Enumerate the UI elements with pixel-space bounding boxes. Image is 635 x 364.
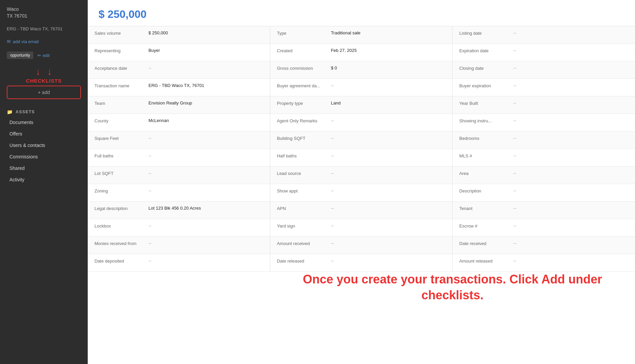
table-row: Lot SQFT-- bbox=[88, 166, 270, 184]
field-value: -- bbox=[148, 258, 263, 263]
checklist-add-button[interactable]: + add bbox=[7, 86, 81, 99]
table-row: Sales volume$ 250,000 bbox=[88, 26, 270, 44]
field-value: -- bbox=[513, 118, 628, 123]
field-value: -- bbox=[331, 188, 446, 193]
field-value: -- bbox=[148, 241, 263, 246]
field-value: McLennan bbox=[148, 118, 263, 123]
field-label: Gross commission bbox=[277, 65, 331, 71]
table-row: Escrow #-- bbox=[452, 219, 635, 237]
field-value: -- bbox=[513, 188, 628, 193]
overlay-message: Once you create your transactions. Click… bbox=[301, 272, 604, 303]
field-value: -- bbox=[331, 258, 446, 263]
table-row: Date deposited-- bbox=[88, 254, 270, 272]
field-value: -- bbox=[331, 83, 446, 88]
folder-icon: 📁 bbox=[7, 109, 13, 115]
table-row: RepresentingBuyer bbox=[88, 44, 270, 61]
field-label: Legal description bbox=[94, 206, 148, 211]
field-value: -- bbox=[331, 223, 446, 228]
table-row: Zoning-- bbox=[88, 184, 270, 202]
table-row: Gross commission$ 0 bbox=[270, 61, 452, 79]
table-row: Closing date-- bbox=[452, 61, 635, 79]
field-value: Lot 123 Blk 456 0.20 Acres bbox=[148, 206, 263, 211]
field-value: -- bbox=[513, 100, 628, 105]
table-row: Date received-- bbox=[452, 237, 635, 254]
sidebar-nav-commissions[interactable]: Commissions bbox=[0, 151, 88, 162]
table-row: Listing date-- bbox=[452, 26, 635, 44]
field-value: -- bbox=[513, 241, 628, 246]
field-value: -- bbox=[513, 258, 628, 263]
table-row: Square Feet-- bbox=[88, 131, 270, 149]
field-value: Traditional sale bbox=[331, 30, 446, 35]
sidebar-nav-offers[interactable]: Offers bbox=[0, 128, 88, 140]
field-label: Buyer agreement da... bbox=[277, 83, 331, 88]
table-row: CreatedFeb 27, 2025 bbox=[270, 44, 452, 61]
field-label: Agent Only Remarks bbox=[277, 118, 331, 123]
field-label: Year Built bbox=[459, 100, 513, 106]
data-column-1: Sales volume$ 250,000RepresentingBuyerAc… bbox=[88, 26, 270, 272]
sidebar-nav-shared[interactable]: Shared bbox=[0, 162, 88, 174]
field-value: -- bbox=[513, 135, 628, 141]
table-row: CountyMcLennan bbox=[88, 114, 270, 131]
field-label: Half baths bbox=[277, 153, 331, 158]
pencil-icon: ✏ bbox=[37, 53, 41, 58]
field-value: Envision Realty Group bbox=[148, 100, 263, 105]
field-value: ERG - TBD Waco TX, 76701 bbox=[148, 83, 263, 88]
sidebar-nav-documents[interactable]: Documents bbox=[0, 117, 88, 128]
sidebar-nav-activity[interactable]: Activity bbox=[0, 174, 88, 185]
table-row: Buyer agreement da...-- bbox=[270, 79, 452, 96]
field-value: -- bbox=[148, 65, 263, 70]
field-value: -- bbox=[513, 223, 628, 228]
table-row: TypeTraditional sale bbox=[270, 26, 452, 44]
field-label: Full baths bbox=[94, 153, 148, 158]
table-row: Transaction nameERG - TBD Waco TX, 76701 bbox=[88, 79, 270, 96]
table-row: Tenant-- bbox=[452, 202, 635, 219]
field-label: Lockbox bbox=[94, 223, 148, 229]
field-label: Showing instru... bbox=[459, 118, 513, 123]
table-row: Year Built-- bbox=[452, 96, 635, 114]
table-row: Bedrooms-- bbox=[452, 131, 635, 149]
field-value: -- bbox=[331, 241, 446, 246]
field-label: Property type bbox=[277, 100, 331, 106]
field-label: Building SQFT bbox=[277, 135, 331, 141]
checklist-arrows: ↓ ↓ bbox=[7, 67, 81, 77]
table-row: Half baths-- bbox=[270, 149, 452, 166]
data-column-2: TypeTraditional saleCreatedFeb 27, 2025G… bbox=[270, 26, 453, 272]
table-row: Showing instru...-- bbox=[452, 114, 635, 131]
field-label: Representing bbox=[94, 48, 148, 53]
field-label: Zoning bbox=[94, 188, 148, 193]
field-value: -- bbox=[148, 171, 263, 176]
field-label: Amount released bbox=[459, 258, 513, 264]
sidebar: Waco TX 76701 ERG - TBD Waco TX, 76701 ✉… bbox=[0, 0, 88, 364]
sidebar-nav-users-contacts[interactable]: Users & contacts bbox=[0, 140, 88, 151]
field-label: Listing date bbox=[459, 30, 513, 36]
main-content: $ 250,000 Sales volume$ 250,000Represent… bbox=[88, 0, 635, 364]
table-row: Lead source-- bbox=[270, 166, 452, 184]
field-label: Date received bbox=[459, 241, 513, 246]
field-value: $ 250,000 bbox=[148, 30, 263, 35]
field-label: Show appt bbox=[277, 188, 331, 193]
edit-link[interactable]: ✏ edit bbox=[37, 53, 50, 58]
field-label: Lot SQFT bbox=[94, 171, 148, 176]
table-row: Property typeLand bbox=[270, 96, 452, 114]
field-label: Date deposited bbox=[94, 258, 148, 264]
table-row: MLS #-- bbox=[452, 149, 635, 166]
field-label: Lead source bbox=[277, 171, 331, 176]
field-value: Feb 27, 2025 bbox=[331, 48, 446, 53]
field-label: Transaction name bbox=[94, 83, 148, 88]
add-via-email-link[interactable]: ✉ add via email bbox=[0, 37, 88, 49]
table-row: Acceptance date-- bbox=[88, 61, 270, 79]
arrow-down-icon-1: ↓ bbox=[36, 67, 40, 77]
checklist-section: ↓ ↓ CHECKLISTS + add bbox=[0, 64, 88, 104]
field-label: Expiration date bbox=[459, 48, 513, 53]
field-value: -- bbox=[513, 171, 628, 176]
table-row: Lockbox-- bbox=[88, 219, 270, 237]
table-row: Buyer expiration-- bbox=[452, 79, 635, 96]
field-value: -- bbox=[331, 153, 446, 158]
table-row: Expiration date-- bbox=[452, 44, 635, 61]
field-value: -- bbox=[148, 188, 263, 193]
field-label: Buyer expiration bbox=[459, 83, 513, 88]
field-label: MLS # bbox=[459, 153, 513, 158]
field-label: Created bbox=[277, 48, 331, 53]
table-row: TeamEnvision Realty Group bbox=[88, 96, 270, 114]
field-label: Closing date bbox=[459, 65, 513, 71]
